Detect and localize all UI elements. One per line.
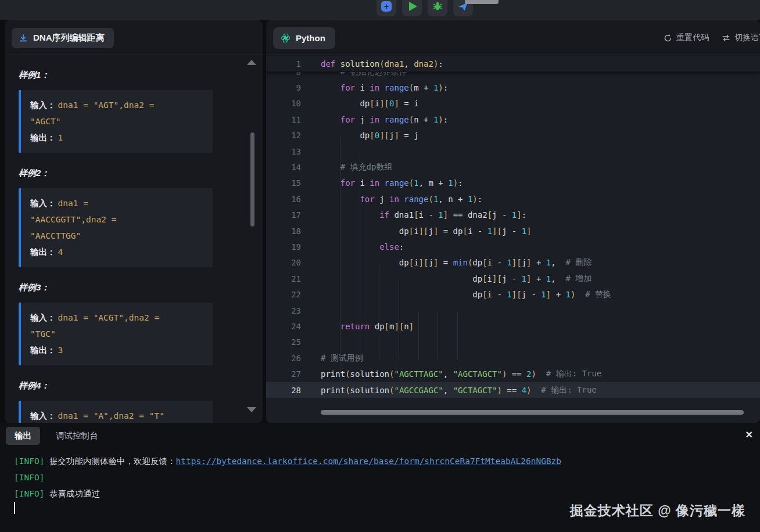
- sample-value: dna1 = "AGT",dna2 =: [58, 100, 155, 110]
- problem-panel-header: DNA序列编辑距离: [5, 20, 263, 55]
- code-line-16[interactable]: 16 for j in range(1, n + 1):: [266, 191, 760, 207]
- code-line-13[interactable]: 13: [266, 143, 760, 159]
- sample-block: 输入： dna1 = "A",dna2 = "T"输出： 1: [19, 401, 213, 423]
- code-line-15[interactable]: 15 for i in range(1, m + 1):: [266, 175, 760, 191]
- line-number: 20: [266, 258, 321, 267]
- problem-title: DNA序列编辑距离: [33, 33, 105, 44]
- code-editor[interactable]: 8 # 初始化边界条件9 for i in range(m + 1):10 dp…: [266, 56, 760, 423]
- console-text-cursor: [14, 502, 15, 514]
- sample-value: 1: [58, 133, 63, 142]
- problem-description: 样例1：输入： dna1 = "AGT",dna2 ="AGCT"输出： 1样例…: [5, 56, 249, 423]
- sample-line: 输入： dna1 =: [30, 195, 205, 211]
- line-number: 21: [266, 274, 321, 283]
- sample-label: 输入：: [30, 100, 58, 110]
- line-number: 25: [266, 337, 321, 347]
- code-line-17[interactable]: 17 if dna1[i - 1] == dna2[j - 1]:: [266, 207, 760, 223]
- code-line-24[interactable]: 24 return dp[m][n]: [266, 318, 760, 334]
- debug-button[interactable]: [428, 0, 447, 16]
- feedback-link[interactable]: https://bytedance.larkoffice.com/share/b…: [176, 456, 561, 466]
- sample-label: 输入：: [30, 313, 58, 322]
- code-line-12[interactable]: 12 dp[0][j] = j: [266, 128, 760, 143]
- sample-line: 输入： dna1 = "ACGT",dna2 =: [30, 310, 205, 326]
- sample-value: dna1 = "A",dna2 = "T": [58, 411, 164, 420]
- sample-line: 输出： 1: [30, 130, 205, 146]
- line-number: 17: [266, 210, 321, 220]
- console-log: [INFO] 提交功能内测体验中，欢迎反馈：https://bytedance.…: [14, 453, 754, 502]
- code-line-10[interactable]: 10 dp[i][0] = i: [266, 96, 760, 112]
- add-icon: +: [381, 1, 392, 12]
- code-line-19[interactable]: 19 else:: [266, 239, 760, 254]
- sample-line: 输入： dna1 = "A",dna2 = "T": [30, 408, 205, 423]
- sample-value: "AGCT": [30, 117, 60, 126]
- sample-block: 输入： dna1 ="AACCGGTT",dna2 ="AACCTTGG"输出：…: [19, 188, 213, 267]
- sample-value: dna1 =: [58, 199, 88, 208]
- line-number: 28: [266, 386, 321, 395]
- sample-value: "TGC": [30, 329, 56, 339]
- code-panel-header: Python 重置代码 切换语言: [266, 20, 760, 55]
- line-number: 19: [266, 242, 321, 251]
- code-line-18[interactable]: 18 dp[i][j] = dp[i - 1][j - 1]: [266, 223, 760, 239]
- sample-line: "TGC": [30, 326, 205, 342]
- log-text: 恭喜成功通过: [49, 489, 100, 498]
- tab-debug-console[interactable]: 调试控制台: [47, 427, 107, 445]
- scroll-up-arrow[interactable]: [247, 60, 256, 65]
- close-icon[interactable]: ✕: [745, 429, 753, 440]
- code-line-27[interactable]: 27print(solution("AGCTTAGC", "AGCTAGCT")…: [266, 366, 760, 382]
- sample-line: 输入： dna1 = "AGT",dna2 =: [30, 97, 205, 113]
- watermark: 掘金技术社区 @ 像污穢一樣: [570, 502, 745, 520]
- python-icon: [281, 33, 291, 43]
- sample-line: 输出： 3: [30, 342, 205, 358]
- code-line-22[interactable]: 22 dp[i - 1][j - 1] + 1) # 替换: [266, 286, 760, 302]
- sample-heading: 样例1：: [19, 70, 249, 81]
- language-tab-label: Python: [296, 33, 325, 43]
- console-line: [INFO] 提交功能内测体验中，欢迎反馈：https://bytedance.…: [14, 453, 754, 469]
- sample-heading: 样例2：: [19, 168, 249, 179]
- reset-icon: [664, 34, 672, 42]
- switch-language-button[interactable]: 切换语言: [722, 33, 760, 43]
- run-button[interactable]: [402, 0, 422, 16]
- line-number: 14: [266, 163, 321, 172]
- sample-label: 输出：: [30, 346, 58, 355]
- info-tag: [INFO]: [14, 473, 44, 482]
- code-line-21[interactable]: 21 dp[i][j - 1] + 1, # 增加: [266, 271, 760, 286]
- line-number: 12: [266, 131, 321, 140]
- sample-label: 输出：: [30, 247, 58, 257]
- code-line-14[interactable]: 14 # 填充dp数组: [266, 159, 760, 175]
- log-text: 提交功能内测体验中，欢迎反馈：: [49, 456, 176, 466]
- line-number: 1: [266, 59, 321, 69]
- sticky-code-line: 1def solution(dna1, dna2):: [266, 56, 760, 72]
- tooltip-remnant: [465, 0, 499, 4]
- line-number: 27: [266, 369, 321, 379]
- problem-title-chip[interactable]: DNA序列编辑距离: [12, 28, 114, 48]
- tab-output[interactable]: 输出: [6, 427, 40, 445]
- line-number: 23: [266, 306, 321, 315]
- sample-label: 输入：: [30, 411, 58, 420]
- code-lines: 8 # 初始化边界条件9 for i in range(m + 1):10 dp…: [266, 64, 760, 398]
- sample-block: 输入： dna1 = "AGT",dna2 ="AGCT"输出： 1: [19, 90, 213, 153]
- code-line-28[interactable]: 28print(solution("AGCCGAGC", "GCTAGCT") …: [266, 382, 760, 398]
- left-scrollbar-thumb[interactable]: [250, 132, 254, 227]
- line-number: 18: [266, 227, 321, 236]
- line-number: 9: [266, 83, 321, 92]
- sample-value: 3: [58, 346, 63, 355]
- sample-line: "AACCGGTT",dna2 =: [30, 211, 205, 228]
- sample-value: "AACCTTGG": [30, 231, 81, 240]
- code-line-26[interactable]: 26# 测试用例: [266, 350, 760, 366]
- top-toolbar: +: [0, 0, 760, 20]
- sample-value: "AACCGGTT",dna2 =: [30, 215, 116, 224]
- code-line-25[interactable]: 25: [266, 335, 760, 350]
- code-line-9[interactable]: 9 for i in range(m + 1):: [266, 80, 760, 95]
- reset-code-button[interactable]: 重置代码: [664, 33, 709, 43]
- add-button[interactable]: +: [377, 0, 396, 16]
- run-icon: [409, 2, 417, 11]
- sample-value: dna1 = "ACGT",dna2 =: [58, 313, 160, 322]
- code-line-20[interactable]: 20 dp[i][j] = min(dp[i - 1][j] + 1, # 删除: [266, 255, 760, 271]
- scroll-down-arrow[interactable]: [247, 407, 256, 412]
- code-line-23[interactable]: 23: [266, 303, 760, 318]
- editor-horizontal-scrollbar[interactable]: [321, 410, 744, 415]
- language-tab[interactable]: Python: [273, 27, 335, 49]
- reset-code-label: 重置代码: [676, 33, 709, 43]
- line-number: 11: [266, 115, 321, 124]
- sample-heading: 样例3：: [19, 282, 249, 293]
- code-line-11[interactable]: 11 for j in range(n + 1):: [266, 112, 760, 127]
